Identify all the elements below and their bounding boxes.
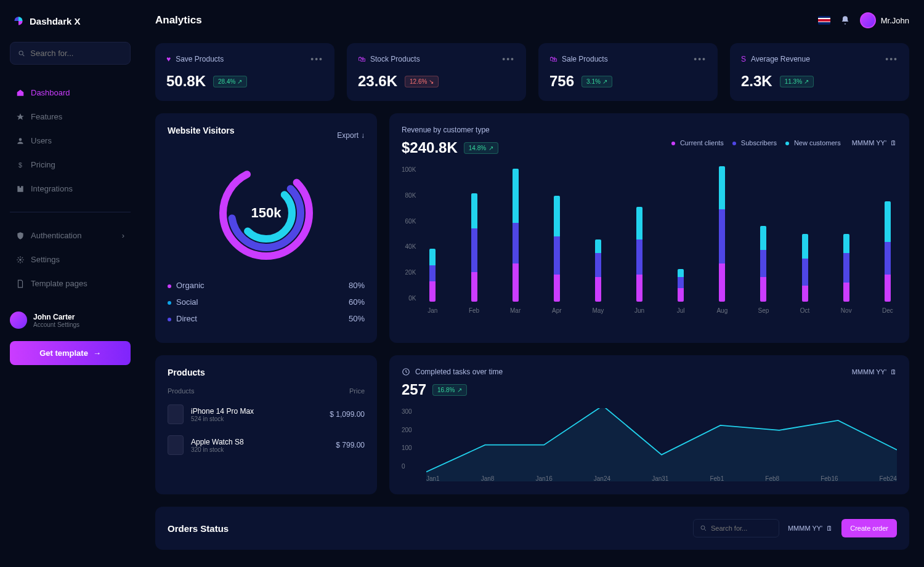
product-row[interactable]: Apple Watch S8 320 in stock $ 799.00 [168,435,365,455]
doc-icon [16,279,25,288]
bar-Sep: Sep [754,226,772,302]
donut-chart: 150k [168,158,365,268]
svg-text:$: $ [18,161,22,168]
product-row[interactable]: iPhone 14 Pro Max 524 in stock $ 1,099.0… [168,404,365,424]
stat-value: 756 [549,73,574,90]
nav-pricing[interactable]: $ Pricing [10,154,131,175]
orders-date-picker[interactable]: MMMM YY' 🗓 [788,525,833,532]
stat-icon: S [741,55,746,63]
puzzle-icon [16,185,25,193]
sidebar-search[interactable] [10,42,131,65]
tasks-panel: Completed tasks over time MMMM YY' 🗓 257… [389,355,909,494]
nav-integrations[interactable]: Integrations [10,178,131,199]
flag-uk-icon[interactable] [818,16,830,25]
stat-label: Average Revenue [751,55,810,63]
arrow-up-icon: ↗ [488,145,493,151]
tasks-line-chart: 3002001000 Jan1Jan8Jan16Jan24Jan31Feb1Fe… [402,408,897,482]
header: Analytics Mr.John [155,12,909,28]
stat-label: Sale Products [562,55,608,63]
export-button[interactable]: Export ↓ [337,131,365,140]
products-col-price: Price [349,387,365,395]
nav-users[interactable]: Users [10,130,131,151]
bar-Apr: Apr [548,196,566,302]
revenue-date-picker[interactable]: MMMM YY' 🗓 [852,139,897,147]
svg-point-0 [19,50,23,54]
product-price: $ 799.00 [336,441,365,449]
nav-settings[interactable]: Settings [10,249,131,270]
product-image [168,435,184,455]
legend-social: Social 60% [168,297,365,307]
stat-change-badge: 28.4% ↗ [213,76,247,87]
stat-icon: ♥ [166,55,171,63]
nav-dashboard[interactable]: Dashboard [10,82,131,103]
bar-Jul: Jul [671,269,690,302]
stat-card-3: S Average Revenue ••• 2.3K 11.3% ↗ [730,43,909,101]
search-icon [18,49,25,58]
get-template-button[interactable]: Get template → [10,341,131,365]
stat-change-badge: 12.6% ↘ [405,76,439,87]
product-image [168,404,184,424]
product-name: iPhone 14 Pro Max [191,407,254,416]
orders-title: Orders Status [168,523,229,534]
page-title: Analytics [155,14,202,26]
user-name: Mr.John [881,16,909,25]
search-icon [700,525,707,532]
star-icon [16,113,25,121]
calendar-icon: 🗓 [890,368,897,376]
main-content: Analytics Mr.John ♥ Save Products ••• 50… [140,0,924,567]
nav-template-pages[interactable]: Template pages [10,273,131,294]
user-icon [16,137,25,145]
revenue-bar-chart: 100K80K60K40K20K0K Jan Feb Mar Apr May J… [402,166,897,314]
clock-icon [402,368,410,376]
avatar [10,312,27,329]
sidebar-search-input[interactable] [30,49,123,58]
user-menu[interactable]: Mr.John [860,12,909,28]
legend-organic: Organic 80% [168,281,365,290]
orders-panel: Orders Status MMMM YY' 🗓 Create order [155,507,909,550]
shield-icon [16,231,25,240]
orders-search[interactable] [693,519,779,537]
bar-Jan: Jan [423,249,442,302]
revenue-title: Revenue by customer type [402,126,897,134]
sidebar: Dashdark X Dashboard Features Users $ Pr… [0,0,140,567]
svg-point-9 [701,526,705,529]
legend-subscribers: Subscribers [732,139,777,147]
more-icon[interactable]: ••• [310,54,323,64]
bar-Dec: Dec [878,201,897,302]
stat-icon: 🛍 [549,55,557,63]
chevron-right-icon: › [122,231,124,240]
profile-row[interactable]: John Carter Account Settings [10,312,131,329]
orders-search-input[interactable] [711,525,772,532]
bar-Nov: Nov [837,234,856,302]
nav-features[interactable]: Features [10,106,131,127]
bar-Aug: Aug [713,166,731,302]
more-icon[interactable]: ••• [694,54,707,64]
stat-change-badge: 3.1% ↗ [582,76,612,87]
arrow-right-icon: → [93,348,101,358]
more-icon[interactable]: ••• [885,54,898,64]
product-price: $ 1,099.00 [330,410,365,419]
nav-authentication[interactable]: Authentication › [10,225,131,246]
stat-value: 23.6K [358,73,397,90]
logo[interactable]: Dashdark X [10,15,131,27]
products-col-name: Products [168,387,194,395]
donut-center-value: 150k [251,205,282,221]
tasks-date-picker[interactable]: MMMM YY' 🗓 [852,368,897,376]
stat-card-0: ♥ Save Products ••• 50.8K 28.4% ↗ [155,43,334,101]
svg-point-2 [19,138,22,141]
create-order-button[interactable]: Create order [841,519,897,537]
legend-new-customers: New customers [785,139,841,147]
legend-current-clients: Current clients [671,139,724,147]
more-icon[interactable]: ••• [502,54,515,64]
product-stock: 524 in stock [191,416,254,422]
bell-icon[interactable] [840,15,850,25]
download-icon: ↓ [361,131,365,140]
product-stock: 320 in stock [191,446,244,453]
stat-card-1: 🛍 Stock Products ••• 23.6K 12.6% ↘ [347,43,526,101]
product-name: Apple Watch S8 [191,438,244,446]
tasks-title: Completed tasks over time [415,368,503,376]
stat-label: Save Products [176,55,224,63]
tasks-value: 257 [402,381,426,398]
profile-name: John Carter [33,313,79,321]
stat-card-2: 🛍 Sale Products ••• 756 3.1% ↗ [538,43,718,101]
